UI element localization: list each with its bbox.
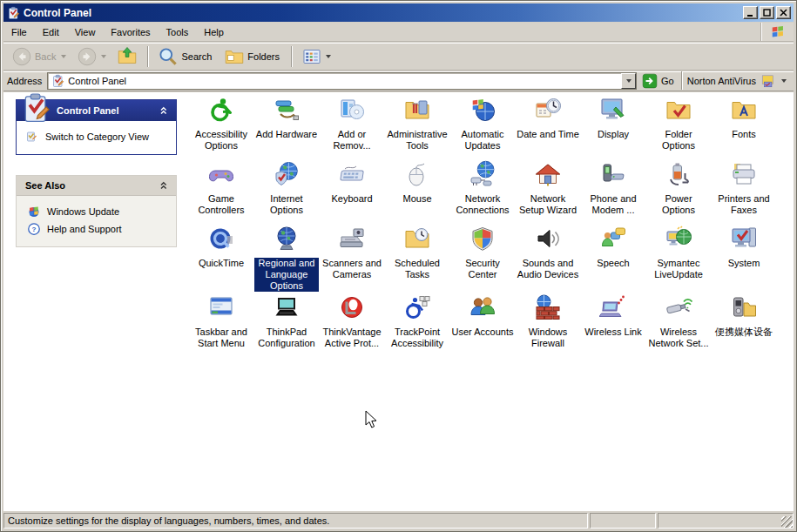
cpl-item-label: Scanners and Cameras	[320, 258, 384, 280]
cpl-item-label: Regional and Language Options	[254, 258, 319, 292]
cpl-item-scanners-and-cameras[interactable]: Scanners and Cameras	[320, 225, 384, 280]
cpl-item-taskbar-and-start-menu[interactable]: Taskbar and Start Menu	[189, 293, 253, 349]
panel-header: See Also	[17, 176, 176, 196]
cpl-item-speech[interactable]: Speech	[581, 225, 645, 269]
sidebar-item-label: Switch to Category View	[45, 131, 149, 142]
cpl-item-label: Date and Time	[516, 129, 580, 140]
cpl-item-system[interactable]: System	[712, 225, 776, 269]
cpl-item-network-setup-wizard[interactable]: Network Setup Wizard	[516, 160, 580, 216]
add-hardware-icon	[273, 96, 301, 124]
user-accounts-icon	[469, 293, 496, 321]
add-remove-programs-icon	[338, 96, 366, 124]
cpl-item-display[interactable]: Display	[581, 96, 645, 140]
maximize-button[interactable]	[760, 6, 774, 19]
folder-options-icon	[665, 96, 692, 124]
cpl-item-label: Phone and Modem ...	[581, 193, 645, 216]
cpl-item-windows-firewall[interactable]: Windows Firewall	[516, 293, 580, 349]
cpl-item-power-options[interactable]: Power Options	[646, 160, 711, 216]
cpl-item-administrative-tools[interactable]: Administrative Tools	[385, 96, 449, 152]
cpl-item-trackpoint-accessibility[interactable]: TrackPoint Accessibility	[385, 293, 449, 349]
symantec-liveupdate-icon	[665, 225, 692, 253]
minimize-button[interactable]	[743, 6, 758, 19]
cpl-item-keyboard[interactable]: Keyboard	[320, 160, 384, 205]
cpl-item-label: Display	[597, 129, 630, 140]
cpl-item-user-accounts[interactable]: User Accounts	[450, 293, 515, 338]
cpl-item-wireless-link[interactable]: Wireless Link	[581, 293, 645, 338]
collapse-chevron-icon[interactable]	[158, 178, 172, 192]
cpl-item-thinkpad-configuration[interactable]: ThinkPad Configuration	[254, 293, 319, 349]
search-label: Search	[181, 51, 213, 62]
cpl-item-wireless-network-set[interactable]: Wireless Network Set...	[646, 293, 711, 349]
cpl-item-accessibility-options[interactable]: Accessibility Options	[189, 96, 253, 152]
trackpoint-icon	[403, 293, 431, 321]
cpl-item-printers-and-faxes[interactable]: Printers and Faxes	[712, 160, 776, 216]
search-icon	[158, 46, 179, 67]
close-button[interactable]	[776, 6, 791, 19]
menu-file[interactable]: File	[3, 23, 35, 41]
status-section	[658, 513, 794, 529]
fonts-icon	[730, 96, 758, 124]
norton-antivirus-button[interactable]: Norton AntiVirus	[681, 71, 792, 90]
status-bar: Customize settings for the display of la…	[3, 511, 794, 529]
forward-button[interactable]	[72, 44, 111, 69]
thinkpad-icon	[273, 293, 301, 321]
norton-label: Norton AntiVirus	[687, 76, 756, 86]
sidebar-item-windows-update[interactable]: Windows Update	[27, 203, 171, 220]
cpl-item-label: Scheduled Tasks	[385, 258, 449, 280]
cpl-item-portable-media[interactable]: 便携媒体设备	[712, 293, 776, 338]
status-section	[590, 513, 656, 529]
cpl-item-thinkvantage-active-prot[interactable]: ThinkVantage Active Prot...	[320, 293, 384, 349]
up-button[interactable]	[112, 44, 142, 69]
windows-update-icon	[27, 205, 41, 219]
cpl-item-mouse[interactable]: Mouse	[385, 160, 449, 205]
cpl-item-quicktime[interactable]: QuickTime	[189, 225, 253, 269]
display-icon	[599, 96, 627, 124]
cpl-item-security-center[interactable]: Security Center	[450, 225, 515, 280]
cpl-item-add-hardware[interactable]: Add Hardware	[254, 96, 319, 140]
cpl-item-fonts[interactable]: Fonts	[712, 96, 776, 140]
cpl-item-label: Internet Options	[254, 193, 319, 216]
phone-modem-icon	[599, 160, 627, 188]
address-input[interactable]: Control Panel	[47, 72, 637, 90]
cpl-item-game-controllers[interactable]: Game Controllers	[189, 160, 253, 216]
cpl-item-automatic-updates[interactable]: Automatic Updates	[450, 96, 515, 152]
cpl-item-phone-and-modem[interactable]: Phone and Modem ...	[581, 160, 645, 216]
address-label: Address	[7, 76, 42, 86]
views-button[interactable]	[297, 44, 335, 69]
menu-help[interactable]: Help	[196, 23, 232, 41]
cpl-item-add-or-remov[interactable]: Add or Remov...	[320, 96, 384, 152]
sidebar-item-switch-to-category-view[interactable]: Switch to Category View	[25, 128, 171, 145]
windows-logo	[760, 23, 794, 41]
menu-view[interactable]: View	[67, 23, 104, 41]
cpl-item-label: Network Connections	[450, 193, 515, 216]
cpl-item-regional-and-language-options[interactable]: Regional and Language Options	[254, 225, 319, 292]
speech-icon	[599, 225, 627, 253]
back-dropdown-icon[interactable]	[61, 55, 66, 58]
thinkvantage-icon	[338, 293, 366, 321]
cpl-item-folder-options[interactable]: Folder Options	[646, 96, 711, 152]
go-button[interactable]: Go	[637, 73, 681, 89]
cpl-item-symantec-liveupdate[interactable]: Symantec LiveUpdate	[646, 225, 711, 280]
cpl-item-label: Add Hardware	[255, 129, 318, 140]
norton-dropdown-icon[interactable]	[781, 79, 787, 83]
cpl-item-network-connections[interactable]: Network Connections	[450, 160, 515, 216]
sidebar-item-help-and-support[interactable]: ?Help and Support	[27, 220, 171, 238]
views-dropdown-icon[interactable]	[326, 55, 331, 58]
folders-button[interactable]: Folders	[220, 44, 286, 69]
menu-favorites[interactable]: Favorites	[103, 23, 158, 41]
resize-grip[interactable]	[781, 516, 793, 528]
cpl-item-internet-options[interactable]: Internet Options	[254, 160, 319, 216]
address-dropdown-button[interactable]	[621, 73, 636, 89]
menu-edit[interactable]: Edit	[35, 23, 67, 41]
cpl-item-scheduled-tasks[interactable]: Scheduled Tasks	[385, 225, 449, 280]
forward-dropdown-icon[interactable]	[101, 55, 106, 58]
collapse-chevron-icon[interactable]	[158, 104, 172, 118]
date-time-icon	[534, 96, 562, 124]
cpl-item-label: Network Setup Wizard	[516, 193, 580, 216]
back-button[interactable]: Back	[7, 44, 71, 69]
cpl-item-label: ThinkVantage Active Prot...	[320, 327, 384, 349]
cpl-item-sounds-and-audio-devices[interactable]: Sounds and Audio Devices	[516, 225, 580, 280]
cpl-item-date-and-time[interactable]: Date and Time	[516, 96, 580, 140]
search-button[interactable]: Search	[153, 44, 218, 69]
menu-tools[interactable]: Tools	[159, 23, 197, 41]
